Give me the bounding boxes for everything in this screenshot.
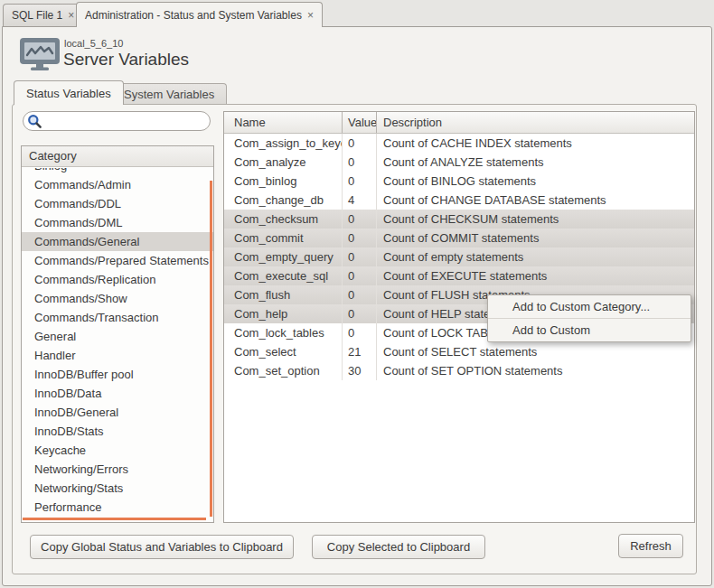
category-item[interactable]: Commands/DDL — [22, 194, 213, 213]
cell-value: 0 — [343, 323, 377, 342]
category-list-viewport: Binlog Commands/Admin Commands/DDL Comma… — [22, 168, 213, 522]
table-row[interactable]: Com_set_option 30 Count of SET OPTION st… — [224, 361, 694, 380]
cell-description: Count of BINLOG statements — [377, 172, 694, 191]
category-item[interactable]: InnoDB/Stats — [22, 422, 213, 441]
category-items: Binlog Commands/Admin Commands/DDL Comma… — [22, 168, 213, 517]
category-list-header: Category — [22, 146, 213, 167]
cell-description: Count of CHANGE DATABASE statements — [377, 191, 694, 210]
tab-sql-file-1[interactable]: SQL File 1 × — [3, 4, 83, 26]
administration-panel: local_5_6_10 Server Variables Status Var… — [2, 26, 712, 586]
cell-name: Com_change_db — [224, 191, 343, 210]
category-item[interactable]: InnoDB/General — [22, 403, 213, 422]
workbench-window: SQL File 1 × Administration - Status and… — [0, 0, 714, 588]
search-input[interactable] — [23, 111, 211, 131]
copy-selected-button[interactable]: Copy Selected to Clipboard — [312, 535, 485, 559]
table-row-selected[interactable]: Com_commit 0 Count of COMMIT statements — [224, 229, 694, 247]
cell-description: Count of COMMIT statements — [377, 229, 694, 247]
category-item[interactable]: Performance — [22, 498, 213, 517]
cell-name: Com_lock_tables — [224, 323, 343, 342]
table-row-selected[interactable]: Com_checksum 0 Count of CHECKSUM stateme… — [224, 210, 694, 229]
cell-value: 0 — [343, 266, 377, 285]
context-menu: Add to Custom Category... Add to Custom — [487, 294, 691, 342]
column-header-name[interactable]: Name — [224, 112, 343, 133]
category-item[interactable]: Handler — [22, 346, 213, 365]
cell-name: Com_binlog — [224, 172, 343, 191]
refresh-button[interactable]: Refresh — [618, 534, 683, 558]
tab-label: System Variables — [124, 88, 214, 101]
cell-description: Count of CHECKSUM statements — [377, 210, 694, 229]
cell-value: 4 — [343, 191, 377, 210]
copy-global-status-button[interactable]: Copy Global Status and Variables to Clip… — [30, 535, 294, 559]
tab-label: Administration - Status and System Varia… — [85, 9, 302, 22]
column-header-description[interactable]: Description — [377, 112, 694, 133]
cell-name: Com_checksum — [224, 210, 343, 229]
cell-description: Count of ANALYZE statements — [377, 153, 694, 172]
cell-value: 0 — [343, 172, 377, 191]
connection-name: local_5_6_10 — [64, 38, 123, 49]
vertical-scrollbar-thumb[interactable] — [210, 181, 212, 517]
document-tabbar: SQL File 1 × Administration - Status and… — [0, 0, 714, 26]
close-icon[interactable]: × — [68, 10, 74, 21]
search-icon — [27, 114, 42, 129]
horizontal-scrollbar-thumb[interactable] — [23, 518, 206, 520]
table-row-selected[interactable]: Com_empty_query 0 Count of empty stateme… — [224, 247, 694, 266]
cell-value: 30 — [343, 361, 377, 380]
cell-name: Com_analyze — [224, 153, 343, 172]
cell-description: Count of CACHE INDEX statements — [377, 134, 694, 153]
tab-system-variables[interactable]: System Variables — [111, 83, 227, 104]
cell-name: Com_commit — [224, 229, 343, 247]
table-row[interactable]: Com_change_db 4 Count of CHANGE DATABASE… — [224, 191, 694, 210]
cell-value: 0 — [343, 285, 377, 304]
category-item[interactable]: General — [22, 327, 213, 346]
cell-value: 0 — [343, 304, 377, 323]
cell-value: 0 — [343, 134, 377, 153]
tab-label: SQL File 1 — [12, 9, 62, 22]
tab-label: Status Variables — [26, 87, 111, 100]
cell-name: Com_assign_to_keycache — [224, 134, 343, 153]
category-item[interactable]: Commands/Prepared Statements — [22, 251, 213, 270]
cell-name: Com_help — [224, 304, 343, 323]
cell-value: 0 — [343, 210, 377, 229]
category-item[interactable]: Keycache — [22, 441, 213, 460]
category-list: Category Binlog Commands/Admin Commands/… — [21, 145, 214, 523]
cell-name: Com_select — [224, 342, 343, 361]
column-header-value[interactable]: Value — [343, 112, 377, 133]
menu-item-add-to-custom[interactable]: Add to Custom — [488, 319, 691, 341]
cell-value: 0 — [343, 229, 377, 247]
menu-item-add-to-custom-category[interactable]: Add to Custom Category... — [488, 295, 691, 318]
cell-description: Count of SET OPTION statements — [377, 361, 694, 380]
search-box — [23, 111, 211, 131]
cell-value: 0 — [343, 247, 377, 266]
category-item-selected[interactable]: Commands/General — [22, 232, 213, 251]
tab-status-variables[interactable]: Status Variables — [14, 80, 124, 105]
cell-description: Count of SELECT statements — [377, 342, 694, 361]
table-row[interactable]: Com_select 21 Count of SELECT statements — [224, 342, 694, 361]
table-row[interactable]: Com_binlog 0 Count of BINLOG statements — [224, 172, 694, 191]
category-item[interactable]: Commands/Replication — [22, 270, 213, 289]
table-row[interactable]: Com_assign_to_keycache 0 Count of CACHE … — [224, 134, 694, 153]
cell-description: Count of EXECUTE statements — [377, 266, 694, 285]
category-item[interactable]: Commands/Transaction — [22, 308, 213, 327]
page-title: Server Variables — [63, 50, 189, 70]
category-item[interactable]: Binlog — [22, 168, 213, 175]
cell-value: 21 — [343, 342, 377, 361]
category-item[interactable]: Networking/Stats — [22, 479, 213, 498]
tab-administration-status-variables[interactable]: Administration - Status and System Varia… — [76, 2, 323, 27]
table-header: Name Value Description — [224, 112, 694, 134]
category-item[interactable]: Commands/Admin — [22, 175, 213, 194]
table-body: Com_assign_to_keycache 0 Count of CACHE … — [224, 134, 694, 380]
server-status-icon — [19, 37, 61, 71]
table-row-selected[interactable]: Com_execute_sql 0 Count of EXECUTE state… — [224, 266, 694, 285]
cell-name: Com_set_option — [224, 361, 343, 380]
cell-name: Com_flush — [224, 285, 343, 304]
table-row[interactable]: Com_analyze 0 Count of ANALYZE statement… — [224, 153, 694, 172]
cell-description: Count of empty statements — [377, 247, 694, 266]
category-item[interactable]: InnoDB/Data — [22, 384, 213, 403]
category-item[interactable]: InnoDB/Buffer pool — [22, 365, 213, 384]
category-item[interactable]: Commands/Show — [22, 289, 213, 308]
category-item[interactable]: Commands/DML — [22, 213, 213, 232]
close-icon[interactable]: × — [307, 10, 314, 21]
cell-value: 0 — [343, 153, 377, 172]
category-item[interactable]: Networking/Errors — [22, 460, 213, 479]
cell-name: Com_execute_sql — [224, 266, 343, 285]
